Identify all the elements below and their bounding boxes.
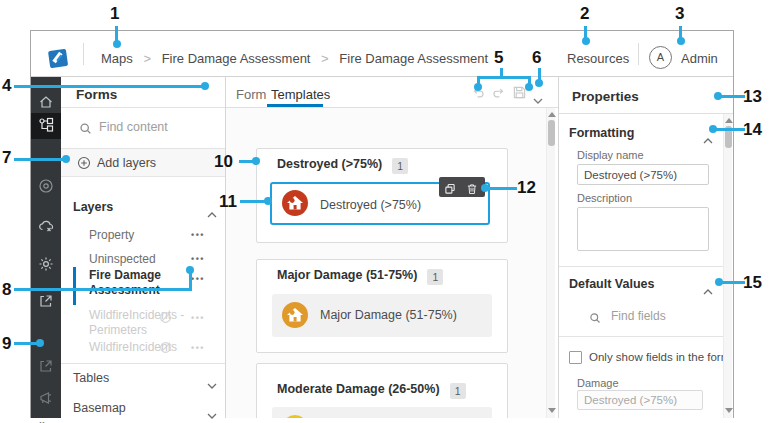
template-card-label: Destroyed (>75%): [320, 198, 421, 212]
properties-panel-title: Properties: [572, 89, 639, 104]
properties-scrollbar[interactable]: [723, 114, 732, 418]
callout-number-14: 14: [743, 120, 762, 140]
formatting-section-header[interactable]: Formatting: [569, 126, 634, 140]
tables-section-header[interactable]: Tables: [73, 371, 109, 385]
callout-number-4: 4: [2, 76, 11, 96]
layer-hidden-icon: [159, 310, 172, 328]
callout-number-2: 2: [580, 4, 589, 24]
callout-number-11: 11: [219, 192, 237, 212]
annotated-screenshot: Maps > Fire Damage Assessment > Fire Dam…: [0, 0, 773, 423]
layer-menu-icon[interactable]: •••: [191, 343, 205, 353]
avatar[interactable]: A: [649, 46, 672, 69]
delete-icon[interactable]: [466, 181, 478, 199]
layer-item-fire-damage-assessment[interactable]: Fire Damage: [89, 268, 161, 282]
basemap-section-header[interactable]: Basemap: [73, 401, 126, 415]
callout-number-6: 6: [532, 48, 541, 68]
chevron-up-icon[interactable]: [207, 204, 217, 222]
offline-icon[interactable]: [38, 218, 54, 238]
scrollbar-down-arrow[interactable]: [725, 408, 733, 413]
find-fields-input[interactable]: [611, 309, 706, 323]
template-card-moderate[interactable]: Moderate Damage (26-50%): [272, 407, 492, 418]
scrollbar-up-arrow[interactable]: [548, 112, 556, 117]
duplicate-icon[interactable]: [444, 181, 456, 199]
callout-number-12: 12: [517, 178, 536, 198]
forms-panel: Forms Add layers Layers Property ••• Uni…: [61, 77, 226, 418]
add-circle-icon: [77, 156, 91, 174]
breadcrumb-map-name[interactable]: Fire Damage Assessment: [162, 51, 311, 66]
tab-form[interactable]: Form: [236, 87, 266, 102]
layer-menu-icon-fda[interactable]: •••: [191, 274, 205, 284]
breadcrumb: Maps > Fire Damage Assessment > Fire Dam…: [101, 51, 488, 66]
user-menu[interactable]: Admin: [681, 51, 718, 66]
template-count-badge: 1: [450, 383, 466, 399]
save-menu-chevron-icon[interactable]: [533, 90, 543, 108]
geofences-icon[interactable]: [38, 178, 54, 198]
callout-number-10: 10: [214, 152, 233, 172]
chevron-down-icon[interactable]: [207, 375, 217, 393]
tab-templates[interactable]: Templates: [271, 87, 330, 102]
header-divider: [83, 43, 84, 65]
templates-body: Destroyed (>75%)1 Destroyed (>75%): [226, 108, 546, 418]
chevron-down-icon[interactable]: [207, 405, 217, 423]
header-divider-2: [638, 43, 639, 65]
template-group-moderate: Moderate Damage (26-50%)1 Moderate Damag…: [256, 363, 508, 418]
description-textarea[interactable]: [577, 207, 709, 251]
scrollbar-down-arrow[interactable]: [548, 408, 556, 413]
template-group-title: Moderate Damage (26-50%)1: [277, 382, 466, 399]
add-layers-label: Add layers: [97, 156, 156, 170]
sidebar-rail: »: [31, 77, 61, 418]
callout-number-1: 1: [110, 4, 119, 24]
card-action-toolbar: [439, 177, 485, 197]
share-icon[interactable]: [38, 293, 54, 313]
search-input[interactable]: [99, 120, 209, 134]
layer-menu-icon[interactable]: •••: [191, 254, 205, 264]
breadcrumb-page-name: Fire Damage Assessment: [339, 51, 488, 66]
forms-icon[interactable]: [38, 117, 54, 137]
top-bar: Maps > Fire Damage Assessment > Fire Dam…: [31, 31, 733, 77]
forms-panel-title: Forms: [76, 87, 117, 102]
app-window: Maps > Fire Damage Assessment > Fire Dam…: [30, 30, 734, 418]
editor-scrollbar[interactable]: [546, 108, 555, 418]
open-in-new-icon[interactable]: [38, 358, 54, 378]
callout-number-3: 3: [675, 4, 684, 24]
default-values-section-header[interactable]: Default Values: [569, 277, 654, 291]
breadcrumb-separator: >: [321, 51, 329, 66]
only-show-fields-checkbox[interactable]: [569, 351, 582, 364]
scrollbar-thumb[interactable]: [548, 120, 555, 146]
moderate-template-icon: [282, 415, 308, 418]
search-icon: [589, 310, 601, 328]
layer-menu-icon[interactable]: •••: [191, 230, 205, 240]
template-count-badge: 1: [392, 158, 408, 174]
properties-panel: Properties Formatting Display name Descr…: [559, 77, 733, 418]
layer-hidden-icon: [159, 340, 172, 358]
callout-number-7: 7: [2, 148, 11, 168]
template-card-major[interactable]: Major Damage (51-75%): [272, 294, 492, 337]
add-layers-row[interactable]: Add layers: [61, 149, 226, 177]
redo-icon[interactable]: [491, 86, 506, 104]
layer-item-uninspected[interactable]: Uninspected: [89, 252, 156, 266]
settings-icon[interactable]: [38, 256, 54, 276]
callout-number-15: 15: [743, 273, 762, 293]
layer-menu-icon[interactable]: •••: [191, 313, 205, 323]
expand-icon[interactable]: »: [39, 416, 46, 423]
callout-number-9: 9: [2, 334, 11, 354]
editor-panel: Form Templates Destroyed (>75%)1: [226, 77, 559, 418]
app-logo-icon[interactable]: [47, 47, 70, 70]
template-count-badge: 1: [427, 269, 443, 285]
resources-link[interactable]: Resources: [567, 51, 629, 66]
template-card-label: Major Damage (51-75%): [320, 308, 457, 322]
scrollbar-up-arrow[interactable]: [725, 118, 733, 123]
display-name-input[interactable]: [577, 164, 709, 185]
destroyed-template-icon: [282, 190, 308, 216]
layer-item-wildfire-perimeters-line2[interactable]: Perimeters: [89, 323, 147, 337]
damage-value-input[interactable]: [577, 390, 703, 410]
description-label: Description: [577, 192, 632, 204]
chevron-up-icon[interactable]: [703, 281, 713, 299]
feedback-icon[interactable]: [38, 390, 54, 410]
only-show-fields-label: Only show fields in the form: [589, 351, 730, 363]
breadcrumb-maps[interactable]: Maps: [101, 51, 133, 66]
display-name-label: Display name: [577, 149, 644, 161]
layer-item-property[interactable]: Property: [89, 228, 134, 242]
home-icon[interactable]: [38, 94, 54, 114]
layers-section-header[interactable]: Layers: [73, 200, 113, 214]
